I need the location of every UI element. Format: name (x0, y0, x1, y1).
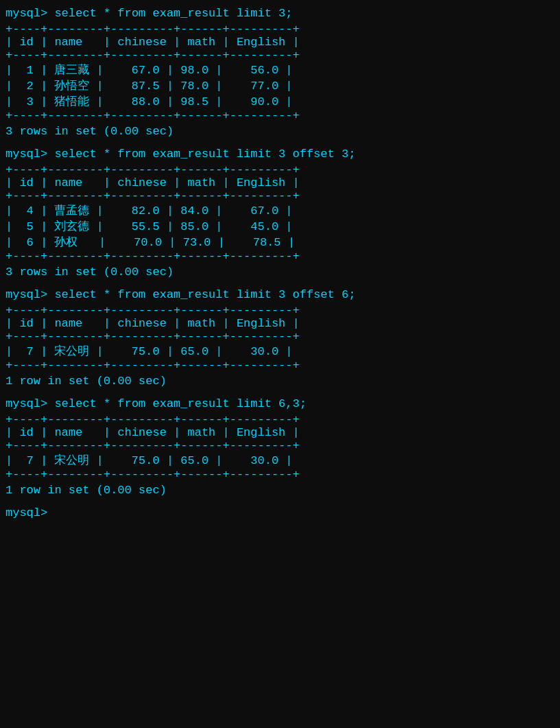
prompt-query2: mysql> select * from exam_result limit 3… (5, 148, 555, 161)
result-query1: 3 rows in set (0.00 sec) (5, 125, 555, 138)
result-query4: 1 row in set (0.00 sec) (5, 484, 555, 497)
result-query2: 3 rows in set (0.00 sec) (5, 266, 555, 279)
prompt-query1: mysql> select * from exam_result limit 3… (5, 7, 555, 20)
prompt-query4: mysql> select * from exam_result limit 6… (5, 397, 555, 410)
result-query3: 1 row in set (0.00 sec) (5, 375, 555, 388)
prompt-query3: mysql> select * from exam_result limit 3… (5, 288, 555, 301)
table-query1: +----+--------+---------+------+--------… (5, 23, 555, 122)
terminal: mysql> select * from exam_result limit 3… (5, 7, 555, 519)
final-prompt: mysql> (5, 506, 555, 519)
table-query2: +----+--------+---------+------+--------… (5, 163, 555, 263)
table-query3: +----+--------+---------+------+--------… (5, 304, 555, 372)
table-query4: +----+--------+---------+------+--------… (5, 413, 555, 481)
